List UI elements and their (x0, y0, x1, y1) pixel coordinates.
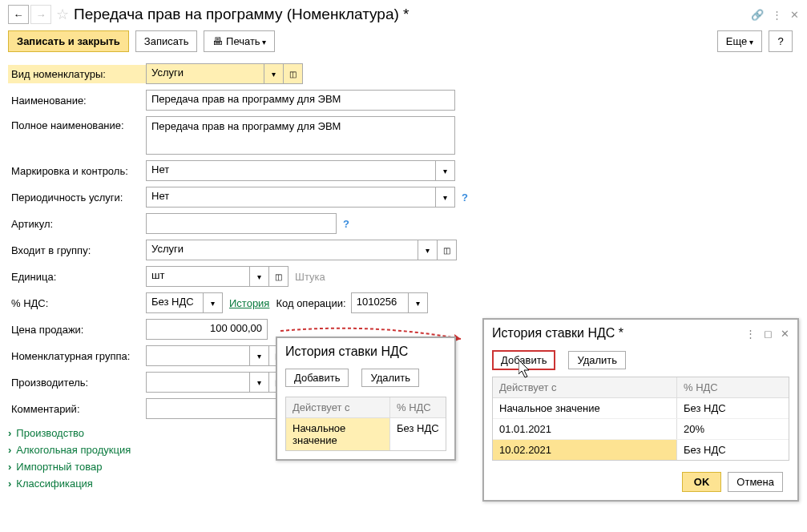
group-label: Входит в группу: (8, 241, 146, 260)
unit-hint: Штука (295, 271, 325, 283)
kebab-icon[interactable]: ⋮ (745, 328, 756, 340)
print-label: Печать (226, 35, 260, 47)
nomgroup-input[interactable] (146, 345, 250, 366)
cancel-button[interactable]: Отмена (728, 472, 783, 492)
forward-button: → (30, 5, 51, 24)
col-vat: % НДС (390, 397, 446, 417)
close-icon[interactable]: ✕ (790, 9, 799, 21)
vat-history-popup-small: История ставки НДС Добавить Удалить Дейс… (276, 337, 456, 461)
help-icon[interactable]: ? (343, 218, 349, 230)
delete-button[interactable]: Удалить (361, 369, 419, 387)
open-icon[interactable]: ◫ (284, 63, 303, 84)
toolbar: Записать и закрыть Записать 🖶 Печать Еще… (0, 27, 807, 58)
type-input[interactable]: Услуги (146, 63, 264, 84)
add-button[interactable]: Добавить (492, 350, 555, 370)
mark-label: Маркировка и контроль: (8, 162, 146, 180)
opcode-input[interactable]: 1010256 (351, 292, 409, 313)
close-icon[interactable]: ✕ (781, 328, 789, 340)
price-input[interactable]: 100 000,00 (146, 319, 268, 340)
dropdown-icon[interactable]: ▾ (250, 372, 269, 393)
history-link[interactable]: История (229, 297, 269, 309)
dropdown-icon[interactable]: ▾ (250, 266, 269, 287)
open-icon[interactable]: ◫ (438, 240, 457, 260)
opcode-label: Код операции: (276, 297, 345, 309)
col-effective: Действует с (286, 397, 390, 417)
vat-input[interactable]: Без НДС (146, 292, 204, 313)
dropdown-icon[interactable]: ▾ (418, 240, 438, 260)
col-effective: Действует с (493, 377, 677, 397)
fullname-label: Полное наименование: (8, 116, 146, 135)
cell-vat: Без НДС (677, 440, 789, 460)
nomgroup-label: Номенклатурная группа: (8, 347, 146, 365)
page-title: Передача прав на программу (Номенклатура… (74, 6, 410, 23)
cell-effective: Начальное значение (493, 398, 677, 418)
print-button[interactable]: 🖶 Печать (204, 30, 275, 52)
unit-label: Единица: (8, 268, 146, 286)
dropdown-icon[interactable]: ▾ (250, 345, 269, 366)
vat-label: % НДС: (8, 294, 146, 312)
table-row[interactable]: Начальное значение Без НДС (286, 418, 446, 450)
table-row[interactable]: 10.02.2021 Без НДС (493, 440, 789, 460)
maximize-icon[interactable]: ◻ (764, 328, 773, 340)
more-button[interactable]: Еще (717, 30, 762, 52)
sku-label: Артикул: (8, 215, 146, 233)
vat-history-popup-large: История ставки НДС * ⋮ ◻ ✕ Добавить Удал… (482, 318, 799, 502)
history-table: Действует с % НДС Начальное значение Без… (492, 377, 789, 461)
sku-input[interactable] (146, 213, 337, 234)
dropdown-icon[interactable]: ▾ (204, 292, 223, 313)
link-icon[interactable]: 🔗 (751, 9, 764, 21)
dropdown-icon[interactable]: ▾ (436, 187, 455, 208)
col-vat: % НДС (677, 377, 789, 397)
dropdown-icon[interactable]: ▾ (409, 292, 428, 313)
dropdown-icon[interactable]: ▾ (436, 160, 455, 181)
price-label: Цена продажи: (8, 320, 146, 339)
delete-button[interactable]: Удалить (568, 351, 626, 369)
add-button[interactable]: Добавить (285, 369, 349, 387)
window-header: ← → ☆ Передача прав на программу (Номенк… (0, 0, 807, 27)
back-button[interactable]: ← (8, 5, 29, 24)
ok-button[interactable]: OK (682, 472, 722, 492)
favorite-icon[interactable]: ☆ (56, 6, 69, 23)
mark-input[interactable]: Нет (146, 160, 436, 181)
save-close-button[interactable]: Записать и закрыть (8, 30, 129, 52)
cell-effective: Начальное значение (286, 418, 390, 450)
cell-effective: 10.02.2021 (493, 440, 677, 460)
period-input[interactable]: Нет (146, 187, 436, 208)
popup-title: История ставки НДС * (492, 326, 737, 341)
cell-effective: 01.01.2021 (493, 419, 677, 439)
help-button[interactable]: ? (769, 30, 793, 52)
cell-vat: Без НДС (390, 418, 446, 450)
mfr-input[interactable] (146, 372, 250, 393)
save-button[interactable]: Записать (135, 30, 198, 52)
table-row[interactable]: 01.01.2021 20% (493, 419, 789, 440)
unit-input[interactable]: шт (146, 266, 250, 287)
cell-vat: 20% (677, 419, 789, 439)
history-table: Действует с % НДС Начальное значение Без… (285, 397, 446, 451)
period-label: Периодичность услуги: (8, 188, 146, 207)
name-label: Наименование: (8, 91, 146, 110)
type-label: Вид номенклатуры: (8, 65, 146, 83)
help-icon[interactable]: ? (462, 191, 468, 204)
dropdown-icon[interactable]: ▾ (264, 63, 284, 84)
table-row[interactable]: Начальное значение Без НДС (493, 398, 789, 419)
comment-label: Комментарий: (8, 400, 146, 418)
group-input[interactable]: Услуги (146, 240, 418, 260)
fullname-input[interactable]: Передача прав на программу для ЭВМ (146, 116, 455, 155)
kebab-icon[interactable]: ⋮ (772, 9, 782, 21)
popup-title: История ставки НДС (277, 338, 454, 365)
open-icon[interactable]: ◫ (269, 266, 289, 287)
name-input[interactable]: Передача прав на программу для ЭВМ (146, 90, 455, 111)
mfr-label: Производитель: (8, 373, 146, 392)
cell-vat: Без НДС (677, 398, 789, 418)
